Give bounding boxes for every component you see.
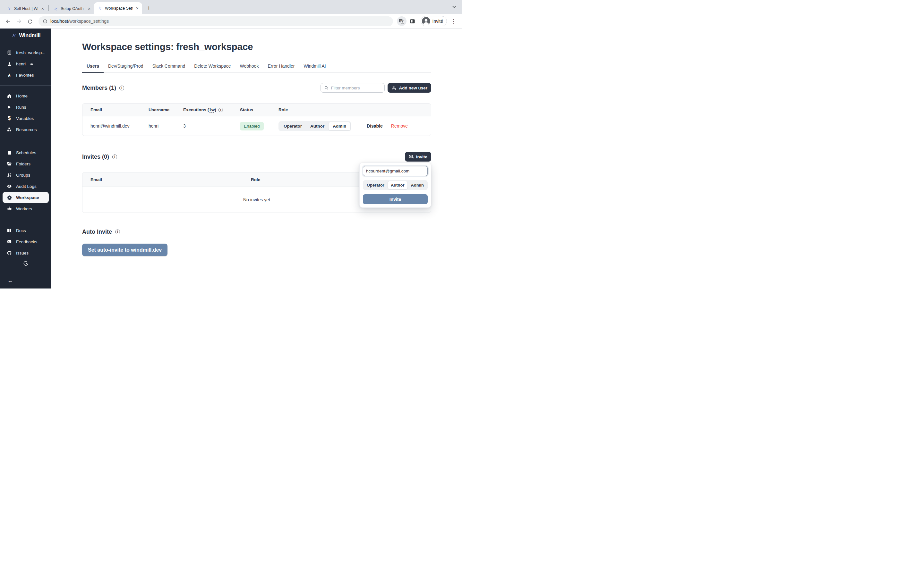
tab-dev-staging-prod[interactable]: Dev/Staging/Prod <box>103 61 148 73</box>
settings-tabs: Users Dev/Staging/Prod Slack Command Del… <box>82 61 431 73</box>
remove-member-button[interactable]: Remove <box>391 123 408 129</box>
sidebar-item-folders[interactable]: Folders <box>3 158 49 169</box>
sidebar-item-home[interactable]: Home <box>3 90 49 101</box>
filter-members-input[interactable] <box>320 83 384 93</box>
new-tab-button[interactable]: + <box>144 3 153 13</box>
profile-label: Invité <box>433 19 443 24</box>
crown-icon <box>30 62 33 66</box>
site-info-icon[interactable] <box>43 19 47 24</box>
tab-slack-command[interactable]: Slack Command <box>148 61 190 73</box>
tab-close-icon[interactable]: × <box>87 6 91 11</box>
sidebar-item-user[interactable]: henri <box>3 58 49 69</box>
browser-toolbar: localhost/workspace_settings G Invité ⋮ <box>0 14 462 29</box>
tab-windmill-ai[interactable]: Windmill AI <box>299 61 330 73</box>
sidebar-item-audit-logs[interactable]: Audit Logs <box>3 181 49 192</box>
members-section: Members (1) i Add new user <box>82 83 431 136</box>
tab-title: Self Host | Windmill <box>14 6 38 11</box>
role-option-author[interactable]: Author <box>306 122 328 130</box>
auto-invite-heading: Auto Invite <box>82 229 112 235</box>
sidebar-item-workspace-switcher[interactable]: fresh_worksp... <box>3 47 49 58</box>
tab-title: Workspace Settings | Windmill <box>105 6 132 11</box>
mail-plus-icon <box>409 154 414 159</box>
status-badge: Enabled <box>240 122 264 131</box>
user-plus-icon <box>391 85 397 90</box>
dark-mode-toggle[interactable] <box>3 259 49 268</box>
sidebar-item-favorites[interactable]: ★ Favorites <box>3 69 49 81</box>
info-icon[interactable]: i <box>120 85 124 90</box>
tab-users[interactable]: Users <box>82 61 103 73</box>
calendar-icon <box>7 150 12 155</box>
member-executions: 3 <box>183 123 240 129</box>
sidebar-item-label: Groups <box>16 173 30 177</box>
member-row: henri@windmill.dev henri 3 Enabled Opera… <box>82 116 431 135</box>
arrow-left-icon: ← <box>7 277 13 284</box>
info-icon[interactable]: i <box>115 229 120 234</box>
sidebar-item-workspace[interactable]: Workspace <box>3 192 49 203</box>
role-option-author-selected[interactable]: Author <box>388 181 407 189</box>
column-executions: Executions (1w) i <box>183 107 240 112</box>
invite-button-label: Invite <box>416 155 427 159</box>
sidebar-item-runs[interactable]: Runs <box>3 102 49 113</box>
sidebar-item-docs[interactable]: Docs <box>3 225 49 236</box>
role-option-operator[interactable]: Operator <box>279 122 306 130</box>
column-username: Username <box>149 107 183 112</box>
browser-tab[interactable]: Self Host | Windmill × <box>3 3 47 14</box>
sidebar-item-schedules[interactable]: Schedules <box>3 147 49 158</box>
members-heading: Members (1) <box>82 85 116 91</box>
windmill-favicon <box>53 6 58 11</box>
windmill-logo[interactable]: Windmill <box>0 29 51 42</box>
role-option-admin[interactable]: Admin <box>408 181 427 189</box>
translate-icon[interactable]: G <box>397 16 407 26</box>
invite-submit-button[interactable]: Invite <box>363 194 428 204</box>
sidebar-item-label: Feedbacks <box>16 239 37 244</box>
tab-title: Setup OAuth and SSO | Windm <box>61 6 84 11</box>
add-new-user-button[interactable]: Add new user <box>388 83 431 93</box>
add-new-user-label: Add new user <box>399 85 427 90</box>
tab-close-icon[interactable]: × <box>135 6 140 11</box>
collapse-sidebar-button[interactable]: ← <box>0 272 51 288</box>
role-option-operator[interactable]: Operator <box>364 181 387 189</box>
tab-delete-workspace[interactable]: Delete Workspace <box>190 61 235 73</box>
browser-tabstrip: Self Host | Windmill × Setup OAuth and S… <box>0 0 462 14</box>
forward-icon[interactable] <box>14 16 24 26</box>
url-host: localhost <box>50 19 68 24</box>
disable-member-button[interactable]: Disable <box>367 123 383 129</box>
sidebar: Windmill fresh_worksp... henri ★ Favorit… <box>0 29 51 288</box>
reload-icon[interactable] <box>25 16 35 26</box>
invites-heading: Invites (0) <box>82 153 109 160</box>
invite-email-input[interactable] <box>363 166 428 176</box>
main-area: Workspace settings: fresh_workspace User… <box>51 29 462 288</box>
sidebar-item-resources[interactable]: Resources <box>3 124 49 135</box>
address-bar[interactable]: localhost/workspace_settings <box>39 16 393 26</box>
browser-tab-active[interactable]: Workspace Settings | Windmill × <box>94 2 142 14</box>
browser-profile-button[interactable]: Invité <box>421 16 447 26</box>
set-auto-invite-button[interactable]: Set auto-invite to windmill.dev <box>82 243 168 256</box>
avatar <box>422 17 430 25</box>
info-icon[interactable]: i <box>218 108 223 112</box>
role-option-admin-selected[interactable]: Admin <box>328 122 351 130</box>
url-text: localhost/workspace_settings <box>50 19 109 24</box>
back-icon[interactable] <box>3 16 13 26</box>
filter-members-field[interactable] <box>331 85 381 90</box>
tab-close-icon[interactable]: × <box>40 6 45 11</box>
sidebar-item-workers[interactable]: Workers <box>3 203 49 214</box>
invite-button[interactable]: Invite <box>405 152 431 161</box>
building-icon <box>7 50 12 55</box>
info-icon[interactable]: i <box>112 155 117 159</box>
browser-menu-icon[interactable]: ⋮ <box>448 18 459 25</box>
sidebar-item-issues[interactable]: Issues <box>3 247 49 258</box>
tab-search-chevron-icon[interactable] <box>451 4 457 10</box>
side-panel-icon[interactable] <box>408 16 417 26</box>
url-path: /workspace_settings <box>68 19 109 24</box>
windmill-favicon <box>7 6 11 11</box>
tab-error-handler[interactable]: Error Handler <box>263 61 299 73</box>
tab-webhook[interactable]: Webhook <box>236 61 263 73</box>
sidebar-item-label: Docs <box>16 228 26 233</box>
sidebar-item-label: Runs <box>16 105 26 110</box>
star-icon: ★ <box>7 73 12 77</box>
sidebar-item-feedbacks[interactable]: Feedbacks <box>3 236 49 247</box>
browser-tab[interactable]: Setup OAuth and SSO | Windm × <box>50 3 94 14</box>
play-icon <box>7 105 12 109</box>
sidebar-item-groups[interactable]: Groups <box>3 169 49 181</box>
sidebar-item-variables[interactable]: $ Variables <box>3 113 49 124</box>
